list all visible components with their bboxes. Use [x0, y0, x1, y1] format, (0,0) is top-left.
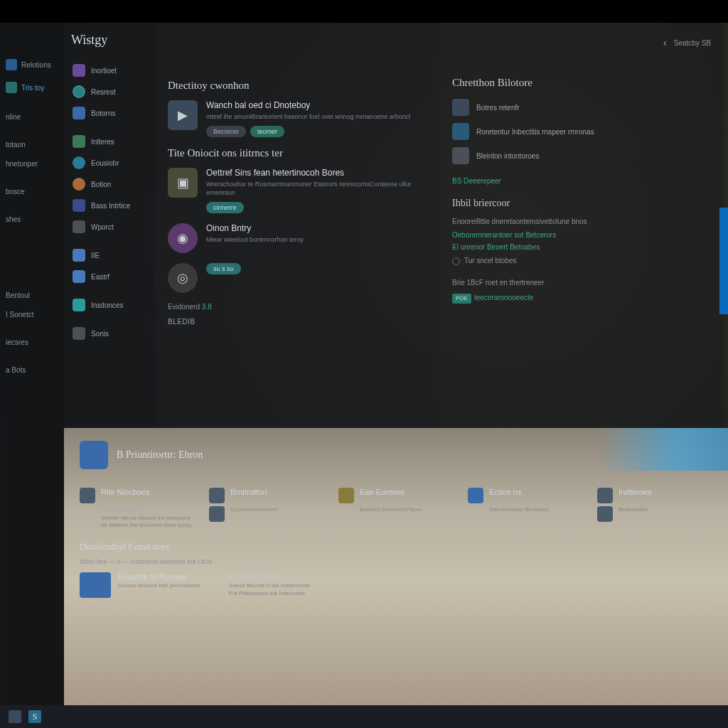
card-thumbnail-icon	[80, 572, 111, 598]
lower-column: Roindron brabter Seece Btoone O Ae nmerr…	[229, 572, 310, 598]
card-title: Wanch bal oed ci Dnoteboy	[206, 100, 427, 110]
sidebar: Wistgy Inortioet Resrest Botorns Intlere…	[64, 23, 155, 428]
radio-icon	[452, 257, 460, 265]
tile-icon	[209, 488, 225, 503]
rail-item[interactable]: a Bots	[4, 362, 60, 378]
rail-item[interactable]: totaon	[4, 136, 60, 153]
link-row[interactable]: Evidonerd 3.8	[168, 303, 427, 311]
content-card: ◉ Oinon Bntry Miear wteeloot bontrnnorho…	[168, 223, 427, 253]
card-description: Wrerschouhor te Rosmarmnanmoner Esterors…	[206, 180, 427, 198]
tile-icon	[80, 488, 95, 503]
square-icon	[73, 199, 85, 212]
aside-heading: Chretthon Bilotore	[452, 77, 711, 89]
lower-meta: Sfeto lare — o — Irorareron eanealre tha…	[80, 558, 712, 565]
rail-item[interactable]: hnetonper	[4, 156, 60, 172]
lower-header: B Priuntirorttr: Ehron	[64, 428, 728, 482]
tile[interactable]: Inrtteroes Bearonstter	[597, 488, 711, 530]
row-icon	[452, 123, 469, 140]
aside-text: Brie 1BcF roet en thertreneer	[452, 277, 711, 288]
rail-item[interactable]: bosce	[4, 183, 60, 200]
card-title: Oinon Bntry	[206, 223, 427, 233]
sub-heading: BLEDIB	[168, 318, 427, 326]
rail-item[interactable]: Bentoul	[4, 287, 60, 304]
circle-icon	[73, 178, 85, 191]
square-icon	[73, 135, 85, 148]
card-title: Oettref Sins fean hetertinocoh Bores	[206, 168, 427, 178]
nav-rail: Relotions Tris toy nline totaon hnetonpe…	[0, 23, 64, 705]
content-card: ◎ su s so	[168, 263, 427, 293]
sidebar-item[interactable]: Bass Intrtice	[71, 196, 148, 215]
lower-section-heading: Dnnolcuthyl Eetret nces	[80, 541, 712, 552]
sidebar-item[interactable]: Eastrf	[71, 267, 148, 287]
card-description: mtesf ihe amoniBrantorient basenor foel …	[206, 112, 427, 122]
content-card: ▣ Oettref Sins fean hetertinocoh Bores W…	[168, 168, 427, 213]
row-icon	[452, 147, 469, 164]
tile-icon	[597, 488, 613, 503]
row-icon	[452, 99, 469, 116]
tile[interactable]: Ean Eontons Breterur Owcroert Peron	[338, 488, 452, 530]
sidebar-title: Wistgy	[71, 33, 148, 48]
aside-link[interactable]: BS Deeerepeer	[452, 177, 711, 185]
aside-link[interactable]: Oeboremnerantoer sot Betcerors	[452, 231, 711, 239]
app-icon	[6, 82, 17, 93]
aside-row[interactable]: Bleinton intontoroes	[452, 147, 711, 164]
tile[interactable]: Brnttrotton Cooturoneomerorn	[209, 488, 323, 530]
app-icon	[6, 59, 17, 70]
sidebar-item[interactable]: Wporct	[71, 217, 148, 237]
tile[interactable]: Ecttos ns Satrootoacrur Broareon	[468, 488, 582, 530]
square-icon	[73, 299, 85, 311]
card-thumbnail-icon: ◎	[168, 263, 198, 293]
tile-icon	[597, 506, 613, 522]
aside-text: POEteeceraronooeecte	[452, 292, 711, 304]
tag-pill[interactable]: Becrecer	[206, 126, 246, 137]
square-icon	[73, 249, 85, 262]
rail-item[interactable]: Tris toy	[4, 77, 60, 97]
sidebar-item[interactable]: Botion	[71, 174, 148, 194]
tag-pill[interactable]: teomer	[250, 126, 284, 137]
sidebar-item[interactable]: Resrest	[71, 82, 148, 102]
card-description: Miear wteeloot bontrnnorhon teroy	[206, 235, 427, 245]
checkbox-row[interactable]: Tur sncel btobes	[452, 255, 711, 266]
sidebar-item[interactable]: Inortioet	[71, 60, 148, 80]
sidebar-item[interactable]: Intleres	[71, 132, 148, 151]
sidebar-item[interactable]: Insdonces	[71, 295, 148, 315]
sidebar-item[interactable]: IIE	[71, 245, 148, 265]
circle-icon	[73, 327, 85, 340]
aside-row[interactable]: Roretentur Inbectitis mapeer rmronas	[452, 123, 711, 140]
aside-link[interactable]: El unrenor Beoert Betoabes	[452, 243, 711, 251]
sidebar-item[interactable]: Sonis	[71, 323, 148, 343]
content-card: ▶ Wanch bal oed ci Dnoteboy mtesf ihe am…	[168, 100, 427, 137]
header-meta: Seatcby SB	[674, 39, 711, 47]
square-icon	[73, 220, 85, 233]
back-button[interactable]: ‹	[663, 37, 667, 48]
accent-bar	[719, 208, 728, 314]
circle-icon	[73, 156, 85, 169]
section-heading: Dtectitoy cwonhon	[168, 80, 427, 92]
lower-card[interactable]: Eassche fo Runooe Sorocs serosce tser pe…	[80, 572, 200, 598]
sidebar-item[interactable]: Eousiobr	[71, 153, 148, 173]
tile-icon	[338, 488, 354, 503]
card-thumbnail-icon: ◉	[168, 223, 198, 253]
rail-item[interactable]: I Sonetct	[4, 306, 60, 323]
tag-pill[interactable]: cinnerre	[206, 202, 244, 213]
lower-header-icon	[80, 441, 108, 469]
badge: POE	[452, 294, 471, 304]
aside-text: Enooreifittie dneretaontemsivettolune bn…	[452, 216, 711, 227]
rail-item[interactable]: nline	[4, 109, 60, 125]
aside-row[interactable]: Botres retenfr	[452, 99, 711, 116]
rail-item[interactable]: Relotions	[4, 55, 60, 75]
sidebar-item[interactable]: Botorns	[71, 103, 148, 123]
rail-item[interactable]: iecsres	[4, 334, 60, 350]
tile[interactable]: Rite Niocboes S Sccbaneoe Sireher her se…	[80, 488, 193, 530]
rail-item[interactable]: shes	[4, 211, 60, 228]
tag-pill[interactable]: su s so	[206, 263, 241, 274]
folder-icon	[73, 64, 85, 77]
taskbar-icon[interactable]: S	[28, 710, 41, 723]
square-icon	[73, 270, 85, 283]
lower-panel: B Priuntirorttr: Ehron Rite Niocboes S S…	[64, 428, 728, 705]
square-icon	[73, 107, 85, 119]
aside-subheading: Ihbil briercoor	[452, 198, 711, 209]
tile-icon	[209, 506, 225, 522]
taskbar-icon[interactable]	[9, 710, 21, 723]
taskbar: S	[0, 705, 728, 728]
